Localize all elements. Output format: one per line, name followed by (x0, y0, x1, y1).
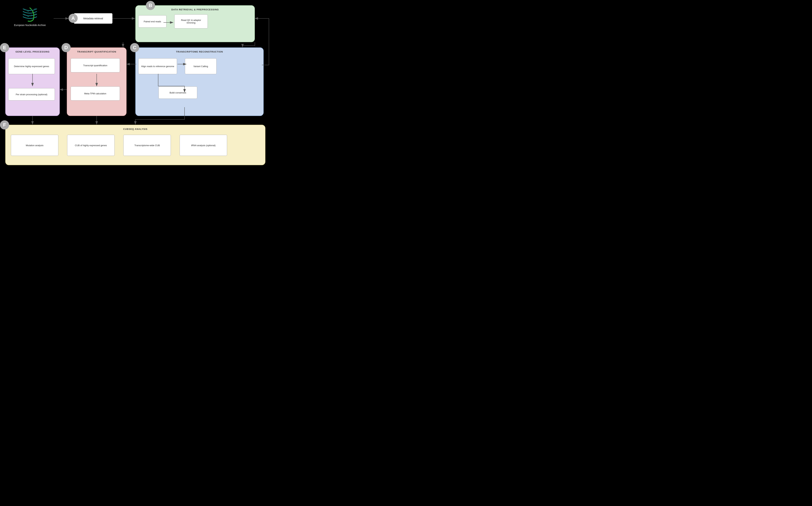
svg-point-3 (34, 8, 36, 10)
metadata-box: Metadata retrieval (74, 13, 112, 24)
circle-f: F (0, 120, 9, 130)
circle-d: D (62, 43, 71, 52)
circle-a: A (69, 14, 78, 23)
ena-logo-text: European Nucleotide Archive (14, 24, 46, 26)
transcriptome-wide-box: Transcriptome-wide CUB (124, 135, 171, 156)
section-b: DATA RETRIEVAL & PREPROCESSING Paired en… (135, 5, 255, 42)
section-f: CUBSEQ ANALYSIS Mutation analysis CUB of… (5, 125, 265, 165)
pipeline-diagram: European Nucleotide Archive A Metadata r… (0, 0, 271, 169)
variant-calling-box: Variant Calling (185, 58, 217, 74)
determine-highly-box: Determine highly expressed genes (8, 58, 55, 74)
per-strain-box: Per strain processing (optional) (8, 88, 55, 100)
circle-b: B (146, 1, 155, 10)
transcript-quant-box: Transcript quantification (71, 58, 120, 72)
meta-tpm-box: Meta-TPM calculation (71, 86, 120, 100)
ena-logo: European Nucleotide Archive (5, 5, 55, 28)
section-d: TRANSCRIPT QUANTIFICATION Transcript qua… (67, 48, 127, 116)
dna-icon (19, 7, 40, 23)
svg-point-0 (24, 9, 25, 10)
section-c: TRANSCRIPTOME RECONSTRUCTION Align reads… (135, 48, 264, 116)
circle-e: E (0, 43, 9, 52)
svg-point-4 (24, 14, 25, 15)
read-qc-box: Read QC & adaptor trimming (174, 14, 208, 28)
paired-end-box: Paired end reads (138, 15, 166, 27)
svg-point-2 (31, 9, 32, 11)
align-reads-box: Align reads to reference genome (138, 58, 177, 74)
section-c-title: TRANSCRIPTOME RECONSTRUCTION (138, 51, 261, 53)
trna-analysis-box: tRNA analysis (optional) (180, 135, 227, 156)
build-consensus-box: Build consensus (159, 86, 197, 99)
svg-point-5 (27, 15, 29, 17)
section-e-title: GENE-LEVEL PROCESSING (8, 51, 57, 53)
svg-point-1 (27, 10, 29, 12)
mutation-analysis-box: Mutation analysis (11, 135, 58, 156)
cub-highly-box: CUB of highly expressed genes (67, 135, 114, 156)
circle-c: C (130, 43, 139, 52)
svg-point-7 (34, 14, 36, 15)
section-b-title: DATA RETRIEVAL & PREPROCESSING (138, 8, 252, 11)
section-d-title: TRANSCRIPT QUANTIFICATION (70, 51, 124, 53)
svg-point-6 (31, 15, 32, 16)
section-e: GENE-LEVEL PROCESSING Determine highly e… (5, 48, 60, 116)
section-f-title: CUBSEQ ANALYSIS (8, 128, 262, 131)
